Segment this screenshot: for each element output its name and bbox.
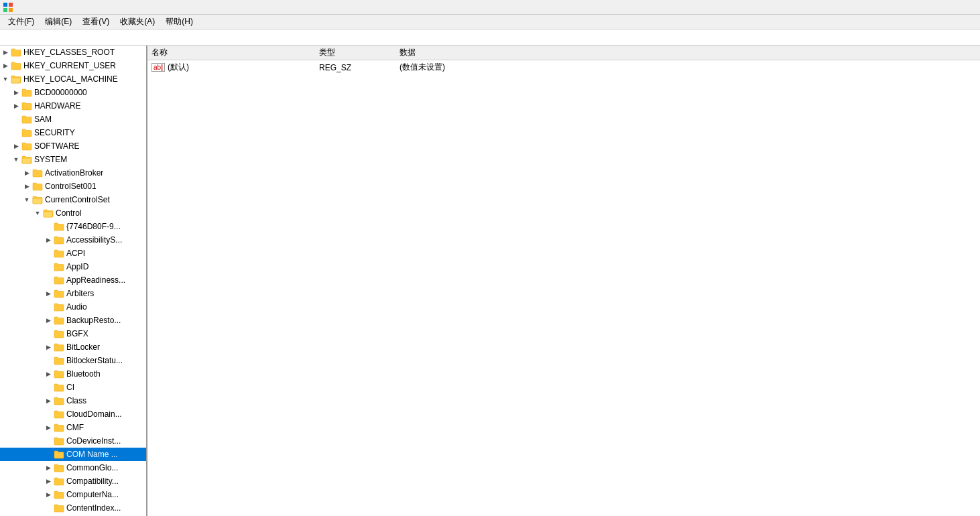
expander-class[interactable] [43,397,54,404]
tree-panel[interactable]: HKEY_CLASSES_ROOT HKEY_CURRENT_USER HKEY… [0,46,147,516]
tree-item-ci[interactable]: CI [0,381,146,394]
tree-item-currentcontrolset[interactable]: CurrentControlSet [0,193,146,206]
tree-item-contentindex[interactable]: ContentIndex... [0,501,146,515]
tree-item-appid[interactable]: AppID [0,260,146,273]
tree-label-hkey_current_user: HKEY_CURRENT_USER [23,61,116,70]
folder-icon-security [21,128,32,137]
folder-icon-codeviceinst [54,436,64,446]
cell-data: (数值未设置) [395,60,980,75]
tree-item-7746d80f[interactable]: {7746D80F-9... [0,220,146,233]
tree-item-commonglo[interactable]: CommonGlo... [0,461,146,474]
folder-icon-arbiters [54,289,64,298]
expander-cmf[interactable] [43,424,54,431]
tree-label-computerna: ComputerNa... [66,490,119,499]
tree-item-bgfx[interactable]: BGFX [0,327,146,340]
folder-icon-appid [54,262,64,271]
menu-item-h[interactable]: 帮助(H) [160,15,198,28]
tree-item-controlset001[interactable]: ControlSet001 [0,180,146,193]
tree-item-hkey_classes_root[interactable]: HKEY_CLASSES_ROOT [0,46,146,59]
tree-item-hkey_local_machine[interactable]: HKEY_LOCAL_MACHINE [0,72,146,86]
expander-backupresto[interactable] [43,317,54,324]
svg-rect-0 [3,3,7,7]
tree-item-bluetooth[interactable]: Bluetooth [0,367,146,381]
expander-system[interactable] [11,156,21,163]
expander-controlset001[interactable] [21,183,32,190]
tree-item-hardware[interactable]: HARDWARE [0,99,146,113]
expander-hardware[interactable] [11,103,21,109]
tree-item-compatibility[interactable]: Compatibility... [0,474,146,488]
expander-computerna[interactable] [43,491,54,498]
expander-hkey_classes_root[interactable] [0,49,11,56]
tree-label-audio: Audio [66,302,87,312]
expander-software[interactable] [11,143,21,149]
folder-icon-clouddomai [54,409,64,419]
expander-bitlocker[interactable] [43,344,54,350]
tree-label-bcd00000000: BCD00000000 [34,88,87,97]
tree-label-appid: AppID [66,262,88,271]
folder-icon-bcd00000000 [21,88,32,97]
tree-item-comname[interactable]: COM Name ... [0,448,146,461]
tree-label-activationbroker: ActivationBroker [45,168,103,178]
tree-item-clouddomai[interactable]: CloudDomain... [0,407,146,421]
menu-item-e[interactable]: 编辑(E) [40,15,77,28]
expander-commonglo[interactable] [43,464,54,471]
tree-item-cmf[interactable]: CMF [0,421,146,434]
tree-label-commonglo: CommonGlo... [66,463,118,472]
expander-arbiters[interactable] [43,290,54,297]
tree-item-sam[interactable]: SAM [0,113,146,126]
tree-item-backupresto[interactable]: BackupResto... [0,314,146,327]
expander-hkey_current_user[interactable] [0,62,11,69]
menu-item-v[interactable]: 查看(V) [77,15,115,28]
expander-compatibility[interactable] [43,478,54,485]
expander-bluetooth[interactable] [43,371,54,377]
folder-icon-class [54,396,64,405]
menu-bar: 文件(F)编辑(E)查看(V)收藏夹(A)帮助(H) [0,15,980,29]
tree-label-security: SECURITY [34,128,75,137]
expander-control[interactable] [32,210,43,216]
main-layout: HKEY_CLASSES_ROOT HKEY_CURRENT_USER HKEY… [0,46,980,516]
table-row[interactable]: ab|(默认)REG_SZ(数值未设置) [147,60,980,75]
tree-item-codeviceinst[interactable]: CoDeviceInst... [0,434,146,448]
tree-item-hkey_current_user[interactable]: HKEY_CURRENT_USER [0,59,146,72]
menu-item-f[interactable]: 文件(F) [3,15,40,28]
tree-item-activationbroker[interactable]: ActivationBroker [0,166,146,180]
folder-icon-comname [54,450,64,459]
expander-hkey_local_machine[interactable] [0,76,11,82]
tree-item-bitlocker[interactable]: BitLocker [0,340,146,354]
tree-item-bitlockerstatu[interactable]: BitlockerStatu... [0,354,146,367]
folder-icon-hardware [21,101,32,111]
folder-icon-bgfx [54,329,64,338]
tree-item-arbiters[interactable]: Arbiters [0,287,146,300]
folder-icon-hkey_current_user [11,61,21,70]
expander-bcd00000000[interactable] [11,89,21,96]
tree-item-bcd00000000[interactable]: BCD00000000 [0,86,146,99]
tree-label-bluetooth: Bluetooth [66,369,101,379]
tree-item-accessibilitys[interactable]: AccessibilityS... [0,233,146,247]
tree-item-acpi[interactable]: ACPI [0,247,146,260]
tree-item-system[interactable]: SYSTEM [0,153,146,166]
tree-item-class[interactable]: Class [0,394,146,407]
tree-item-appreadiness[interactable]: AppReadiness... [0,273,146,287]
tree-label-appreadiness: AppReadiness... [66,275,125,285]
tree-label-backupresto: BackupResto... [66,316,121,325]
right-panel: 名称 类型 数据 ab|(默认)REG_SZ(数值未设置) [147,46,980,516]
folder-icon-controlset001 [32,182,43,191]
tree-item-control[interactable]: Control [0,206,146,220]
expander-activationbroker[interactable] [21,170,32,176]
folder-icon-accessibilitys [54,235,64,245]
expander-currentcontrolset[interactable] [21,196,32,203]
tree-item-software[interactable]: SOFTWARE [0,139,146,153]
folder-icon-bitlockerstatu [54,356,64,365]
tree-item-security[interactable]: SECURITY [0,126,146,139]
tree-label-hardware: HARDWARE [34,101,81,111]
tree-item-audio[interactable]: Audio [0,300,146,314]
expander-accessibilitys[interactable] [43,237,54,243]
tree-label-contentindex: ContentIndex... [66,503,121,513]
tree-label-hkey_local_machine: HKEY_LOCAL_MACHINE [23,74,118,84]
svg-rect-1 [9,3,13,7]
tree-label-control: Control [56,208,82,218]
folder-icon-hkey_classes_root [11,48,21,57]
tree-item-computerna[interactable]: ComputerNa... [0,488,146,501]
value-name-text: (默认) [168,62,189,72]
menu-item-a[interactable]: 收藏夹(A) [115,15,160,28]
